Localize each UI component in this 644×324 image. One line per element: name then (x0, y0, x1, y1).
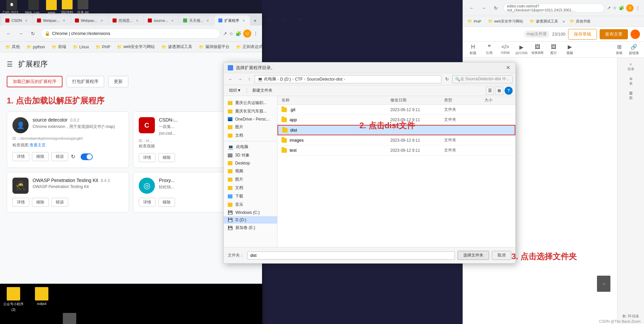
desktop-icon-dic[interactable]: JS dic (597, 276, 610, 297)
taskbar-item-360[interactable]: 360资料 (61, 0, 73, 15)
tab-close-btn[interactable]: × (205, 18, 210, 23)
extension-icon[interactable]: 🧩 (235, 31, 241, 36)
sidebar-item-videos[interactable]: 视频 (224, 167, 277, 175)
details-button[interactable]: 详情 (139, 198, 156, 207)
update-button[interactable]: 更新 (108, 76, 128, 87)
remove-button[interactable]: 移除 (32, 152, 49, 161)
back-button[interactable]: ← (467, 3, 476, 13)
folder-name-input[interactable] (247, 251, 455, 260)
remove-button[interactable]: 移除 (158, 153, 175, 162)
profile-icon[interactable]: U (626, 4, 634, 12)
tool-code[interactable]: </> 代码块 (499, 44, 511, 55)
share-icon[interactable]: ↗ (223, 31, 227, 36)
csdn-url-input[interactable]: editor.csdn.net/md?not_checkout=1&spm=10… (503, 3, 604, 13)
sidebar-item-documents[interactable]: 文档 (224, 131, 277, 140)
forward-button[interactable]: → (479, 3, 488, 13)
refresh-button[interactable]: ↻ (491, 3, 501, 13)
sidebar-item-edrive[interactable]: 💾 新加卷 (E:) (224, 224, 277, 232)
user-avatar[interactable] (631, 30, 640, 39)
grid-view-button[interactable]: ⊞ (495, 87, 503, 95)
nav-back-button[interactable]: ← (226, 75, 234, 83)
menu-icon[interactable]: ⋮ (636, 5, 640, 10)
file-row-test[interactable]: test 2023-09-12 9:11 文件夹 (277, 145, 515, 155)
desktop-icon-gongzhonghao[interactable]: 公众号小程序 (3) (3, 287, 24, 312)
csdn-bookmark-websec[interactable]: 📁 web安全学习网站 (486, 18, 525, 25)
pack-extension-button[interactable]: 打包扩展程序 (67, 76, 104, 87)
tab-webpac1[interactable]: Webpac... × (33, 15, 70, 26)
back-button[interactable]: ← (4, 29, 13, 38)
sidebar-item-pictures2[interactable]: 图片 (224, 175, 277, 184)
csdn-bookmark-php[interactable]: 📁 PHP (466, 18, 483, 24)
csdn-bookmark-other[interactable]: 📁 其他书签 (568, 18, 593, 25)
sidebar-item-chongqing[interactable]: 重庆长安汽车股... (224, 107, 277, 115)
bookmark-linux[interactable]: 📁 Linux (70, 44, 92, 50)
select-folder-button[interactable]: 选择文件夹 (458, 251, 489, 260)
publish-button[interactable]: 发布文章 (600, 29, 628, 39)
file-row-images[interactable]: images 2023-09-12 9:11 文件夹 (277, 135, 515, 145)
sidebar-item-pictures[interactable]: 图片 (224, 123, 277, 131)
sidebar-item-onedrive[interactable]: ☁ OneDrive - Persc... (224, 115, 277, 123)
bookmark-python[interactable]: 📁 python (24, 44, 48, 50)
tab-extensions[interactable]: 扩展程序 × (214, 15, 250, 26)
tool-heading[interactable]: H 标题 (467, 44, 479, 55)
remove-button[interactable]: 移除 (32, 198, 49, 207)
sidebar-item-ddrive[interactable]: 💾 D (D:) (224, 216, 277, 224)
tab-tianti[interactable]: 天天领... × (179, 15, 214, 26)
taskbar-item-tasks[interactable]: 任务.txt (77, 0, 88, 15)
csdn-bookmark-pentest[interactable]: 📁 渗透测试工具 (528, 18, 560, 25)
bookmark-web-security[interactable]: 📁 web安全学习网站 (114, 43, 158, 50)
share-icon[interactable]: ↗ (607, 5, 611, 10)
taskbar-item-www[interactable]: www (46, 0, 57, 14)
bookmark-pentest-tools[interactable]: 📁 渗透测试工具 (159, 43, 195, 50)
maximize-btn[interactable]: □ (276, 13, 292, 26)
tab-close-btn[interactable]: × (170, 18, 175, 23)
forward-button[interactable]: → (16, 29, 26, 38)
sidebar-item-music[interactable]: 音乐 (224, 200, 277, 209)
nav-forward-button[interactable]: → (236, 75, 244, 83)
tab-csdn[interactable]: CSDN × (1, 15, 33, 26)
ext-homepage-link[interactable]: 查看主页 (30, 143, 46, 147)
tab-close-btn[interactable]: × (99, 18, 104, 23)
new-tab-button[interactable]: + (250, 16, 260, 26)
sidebar-image[interactable]: 🖼 图 (617, 89, 644, 102)
details-button[interactable]: 详情 (12, 198, 29, 207)
extension-toggle[interactable] (81, 153, 93, 160)
error-button[interactable]: 错误 (51, 152, 68, 161)
error-button[interactable]: 错误 (51, 198, 68, 207)
profile-icon[interactable]: U (243, 30, 251, 38)
refresh-folder-button[interactable]: ↻ (443, 75, 451, 83)
tool-table[interactable]: ⊞ 表格 (613, 44, 625, 55)
sidebar-item-cdrive[interactable]: 💾 Windows (C:) (224, 209, 277, 216)
bookmark-other[interactable]: 📁 其他 (3, 43, 23, 50)
sidebar-item-downloads[interactable]: 下载 (224, 192, 277, 200)
url-input[interactable]: 🔒 Chrome | chrome://extensions (40, 29, 220, 39)
details-button[interactable]: 详情 (12, 152, 29, 161)
bookmark-frontend[interactable]: 📁 前端 (49, 43, 69, 50)
nav-up-button[interactable]: ↑ (245, 75, 253, 83)
tool-image[interactable]: 🖼 图片 (548, 44, 560, 55)
star-icon[interactable]: ☆ (613, 5, 617, 10)
save-draft-button[interactable]: 保存草稿 (568, 29, 597, 40)
refresh-icon[interactable]: ↻ (71, 153, 75, 160)
bookmarks-more[interactable]: » (563, 19, 565, 24)
file-search-box[interactable]: 🔍 在 SourceDetector-dist 中... (452, 75, 513, 83)
minimize-btn[interactable]: — (261, 13, 276, 26)
sidebar-item-this-pc[interactable]: 💻 此电脑 (224, 143, 277, 151)
tool-hyperlink[interactable]: 🔗 超链接 (628, 44, 640, 55)
tool-quote[interactable]: ❝ 引用 (483, 44, 495, 55)
sidebar-toc[interactable]: ≡ 目录 (617, 60, 644, 74)
close-btn[interactable]: ✕ (292, 13, 307, 26)
tab-kuaizhan[interactable]: 挖洞思... × (109, 15, 143, 26)
hamburger-menu[interactable]: ☰ (7, 60, 13, 68)
desktop-icon-output[interactable]: output (32, 287, 52, 306)
list-view-button[interactable]: ☰ (486, 87, 494, 95)
tab-close-btn[interactable]: × (62, 18, 67, 23)
taskbar-item-weblook[interactable]: Web_Loo... (25, 0, 42, 14)
tab-close-btn[interactable]: × (24, 18, 29, 23)
new-folder-button[interactable]: 新建文件夹 (250, 87, 275, 94)
menu-icon[interactable]: ⋮ (253, 31, 258, 36)
bookmark-vuln-platform[interactable]: 📁 漏洞做题平台 (196, 43, 232, 50)
sidebar-item-gongzhonghao[interactable]: 重庆公共运输职... (224, 99, 277, 107)
help-button[interactable]: ? (505, 87, 513, 95)
bookmark-php[interactable]: 📁 PHP (93, 44, 113, 50)
